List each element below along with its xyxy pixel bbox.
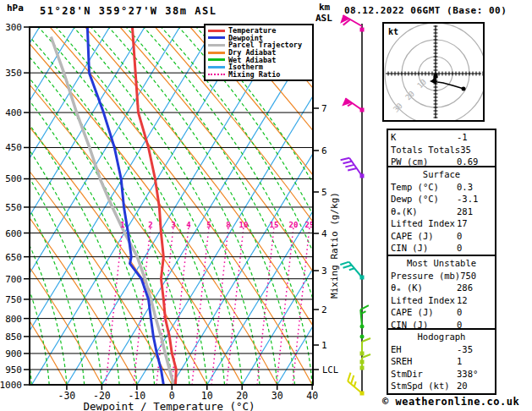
pressure-tick-label: 700 — [5, 274, 22, 285]
stat-row: StmSpd (kt)20 — [391, 380, 492, 392]
pressure-tick-label: 950 — [5, 364, 22, 375]
stat-value: 17 — [457, 217, 492, 230]
stats-panel-indices: K-1Totals Totals35PW (cm)0.69 — [387, 129, 496, 171]
run-datetime: 08.12.2022 06GMT (Base: 00) — [344, 5, 507, 16]
legend-line-swatch — [208, 52, 225, 54]
stat-label: StmDir — [391, 368, 457, 381]
panel-title: Surface — [391, 168, 492, 181]
temp-tick-label: 40 — [306, 390, 318, 402]
stat-value: -1 — [457, 131, 492, 144]
stat-label: Pressure (mb) — [391, 270, 460, 282]
stat-row: CAPE (J)0 — [391, 230, 492, 243]
stat-value: 0.3 — [457, 181, 492, 194]
stat-label: CIN (J) — [391, 242, 457, 255]
stat-row: Temp (°C)0.3 — [391, 181, 492, 194]
legend-line-swatch — [208, 44, 225, 47]
hodograph-trace-end-dot — [462, 87, 466, 91]
wind-level-marker — [360, 392, 365, 396]
stat-label: StmSpd (kt) — [391, 380, 457, 392]
mixing-ratio-value-label: 2 — [148, 221, 152, 229]
pressure-tick-label: 850 — [5, 332, 22, 342]
temp-tick-label: -30 — [58, 390, 76, 402]
stats-panel-most-unstable: Most UnstablePressure (mb)750θₑ (K)286Li… — [387, 255, 496, 333]
mixing-ratio-line — [277, 227, 293, 385]
pressure-tick-label: 800 — [5, 314, 22, 325]
km-tick-label: 2 — [321, 304, 327, 315]
temp-tick-label: 30 — [271, 390, 283, 402]
pressure-tick-label: 900 — [5, 348, 22, 359]
stat-label: CAPE (J) — [391, 306, 457, 319]
stat-value: 750 — [460, 270, 496, 282]
stat-value: 0 — [457, 242, 492, 255]
stat-row: Lifted Index12 — [391, 294, 492, 307]
parcel-trajectory-curve — [51, 37, 173, 385]
legend-item: Mixing Ratio — [208, 71, 312, 79]
hodograph-origin-marker — [434, 74, 438, 79]
km-tick-label: 5 — [321, 187, 327, 198]
stats-panel-surface: SurfaceTemp (°C)0.3Dewp (°C)-3.1θₑ(K)281… — [387, 166, 496, 257]
mixing-ratio-value-label: 20 — [289, 221, 299, 229]
isotherm-line — [0, 27, 215, 385]
station-title: 51°28'N 359°27'W 38m ASL — [40, 5, 217, 17]
pressure-tick-label: 450 — [5, 142, 22, 153]
stat-value: 20 — [457, 380, 492, 392]
wind-level-marker — [360, 108, 365, 112]
mixing-ratio-line — [192, 227, 209, 385]
panel-title: Most Unstable — [391, 257, 492, 270]
stat-row: θₑ (K)286 — [391, 282, 492, 294]
stat-row: Totals Totals35 — [391, 144, 492, 156]
stat-label: K — [391, 131, 457, 144]
wind-barb-icon — [340, 260, 362, 283]
pressure-tick-label: 600 — [5, 228, 22, 239]
km-tick-label: 6 — [321, 145, 327, 156]
pressure-tick-label: 350 — [5, 68, 22, 79]
stat-label: Temp (°C) — [391, 181, 457, 194]
legend-item-label: Mixing Ratio — [228, 70, 280, 79]
x-axis-label: Dewpoint / Temperature (°C) — [83, 400, 255, 411]
wind-level-marker — [360, 335, 365, 339]
stat-value: 286 — [457, 282, 492, 294]
stat-value: -3.1 — [457, 193, 492, 206]
km-tick-label: 3 — [321, 266, 327, 277]
stat-row: Lifted Index17 — [391, 217, 492, 230]
wind-barb-icon — [360, 305, 370, 326]
stat-row: EH-35 — [391, 343, 492, 356]
stat-value: 281 — [457, 206, 492, 218]
legend-line-swatch — [208, 36, 225, 39]
skewt-sounding-page: 1234581015202530035040045050055060065070… — [0, 0, 532, 411]
stats-panel-hodograph: HodographEH-35SREH1StmDir338°StmSpd (kt)… — [387, 328, 496, 395]
stat-value: 1 — [457, 355, 492, 368]
stat-label: Lifted Index — [391, 217, 457, 230]
legend-line-swatch — [208, 30, 225, 32]
isotherm-line — [0, 27, 4, 385]
altitude-axis-unit-km: km — [319, 2, 330, 13]
stat-value: 0 — [457, 306, 492, 319]
stat-value: 0 — [457, 230, 492, 243]
stat-value: -35 — [457, 343, 492, 356]
legend-line-swatch — [208, 66, 225, 68]
mixing-ratio-value-label: 5 — [206, 221, 211, 229]
stat-row: K-1 — [391, 131, 492, 144]
mixing-ratio-value-label: 10 — [239, 221, 249, 229]
wind-level-marker — [360, 352, 365, 356]
stat-label: Dewp (°C) — [391, 193, 457, 206]
pressure-tick-label: 400 — [5, 107, 22, 118]
wind-barb-icon — [341, 155, 362, 180]
copyright-footer: © weatheronline.co.uk — [382, 396, 519, 408]
pressure-tick-label: 300 — [5, 22, 22, 33]
mixing-ratio-value-label: 1 — [120, 221, 124, 229]
altitude-axis-unit-asl: ASL — [315, 13, 332, 24]
km-tick-label: 7 — [321, 103, 327, 114]
pressure-tick-label: 550 — [5, 202, 22, 213]
stat-label: Lifted Index — [391, 294, 457, 307]
wind-level-marker — [360, 366, 365, 370]
stat-value: 35 — [460, 144, 496, 156]
mixing-ratio-value-label: 4 — [186, 221, 191, 229]
wind-barb-icon — [362, 338, 370, 353]
km-tick-label: 4 — [321, 228, 327, 239]
wind-level-marker — [360, 325, 365, 329]
stat-row: θₑ(K)281 — [391, 206, 492, 218]
mixing-ratio-value-label: 8 — [226, 221, 230, 229]
panel-title: Hodograph — [391, 331, 492, 343]
stat-label: θₑ (K) — [391, 282, 457, 294]
